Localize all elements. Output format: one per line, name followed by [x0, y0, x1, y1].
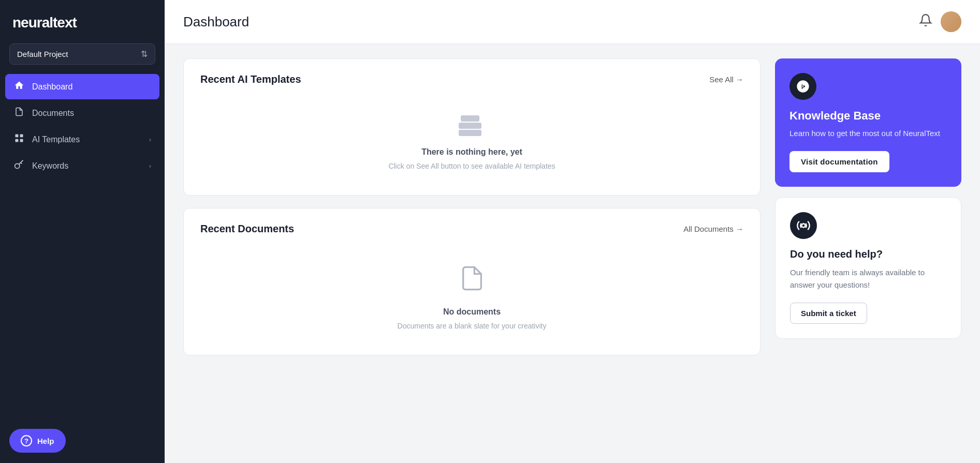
knowledge-base-description: Learn how to get the most out of NeuralT…	[789, 128, 947, 140]
side-column: Knowledge Base Learn how to get the most…	[775, 58, 961, 449]
main-content: Dashboard Recent AI Templates See All →	[165, 0, 980, 463]
svg-point-4	[15, 163, 20, 168]
ai-templates-card-header: Recent AI Templates See All →	[200, 73, 743, 85]
sidebar-item-label-ai-templates: AI Templates	[32, 135, 80, 144]
project-selector[interactable]: Default Project ⇅	[9, 43, 155, 65]
svg-rect-1	[20, 135, 23, 138]
avatar-image	[941, 11, 961, 32]
documents-empty-subtitle: Documents are a blank slate for your cre…	[398, 322, 547, 330]
help-circle-icon: ?	[21, 435, 32, 446]
key-icon	[13, 159, 25, 172]
recent-documents-card: Recent Documents All Documents → No docu…	[183, 208, 760, 355]
sidebar-logo: neuraltext	[0, 0, 165, 43]
help-section-icon	[790, 212, 817, 239]
see-all-ai-templates-link[interactable]: See All →	[709, 75, 743, 84]
sidebar-item-dashboard[interactable]: Dashboard	[5, 74, 159, 99]
svg-rect-3	[20, 139, 23, 142]
help-button[interactable]: ? Help	[9, 429, 66, 453]
main-column: Recent AI Templates See All → There is n…	[183, 58, 760, 449]
project-name: Default Project	[17, 50, 68, 58]
documents-empty-state: No documents Documents are a blank slate…	[200, 249, 743, 340]
dashboard-body: Recent AI Templates See All → There is n…	[165, 44, 980, 463]
document-icon	[459, 265, 486, 298]
notification-bell-icon[interactable]	[919, 13, 932, 30]
help-section-card: Do you need help? Our friendly team is a…	[775, 197, 961, 339]
sidebar-bottom: ? Help	[0, 419, 165, 463]
recent-ai-templates-card: Recent AI Templates See All → There is n…	[183, 58, 760, 196]
ai-templates-empty-subtitle: Click on See All button to see available…	[388, 162, 555, 170]
chevron-right-icon: ›	[149, 136, 151, 143]
sidebar-item-keywords[interactable]: Keywords ›	[5, 153, 159, 178]
chevron-right-keywords-icon: ›	[149, 162, 151, 170]
sidebar-item-label-dashboard: Dashboard	[32, 82, 72, 92]
svg-rect-0	[16, 135, 19, 138]
app-name: neuraltext	[12, 14, 77, 31]
header-right	[919, 11, 961, 32]
sidebar-item-documents[interactable]: Documents	[5, 100, 159, 126]
documents-title: Recent Documents	[200, 223, 294, 235]
page-title: Dashboard	[183, 14, 249, 30]
documents-card-header: Recent Documents All Documents →	[200, 223, 743, 235]
knowledge-base-card: Knowledge Base Learn how to get the most…	[775, 58, 961, 187]
help-section-title: Do you need help?	[790, 248, 946, 260]
help-button-label: Help	[37, 437, 54, 445]
ai-templates-empty-title: There is nothing here, yet	[421, 147, 522, 157]
ai-templates-empty-state: There is nothing here, yet Click on See …	[200, 100, 743, 181]
sidebar-item-ai-templates[interactable]: AI Templates ›	[5, 127, 159, 152]
sidebar: neuraltext Default Project ⇅ Dashboard D…	[0, 0, 165, 463]
stack-layer-1	[461, 115, 479, 122]
chevrons-icon: ⇅	[141, 49, 148, 59]
knowledge-base-title: Knowledge Base	[789, 109, 947, 123]
avatar[interactable]	[941, 11, 961, 32]
sidebar-item-label-documents: Documents	[32, 109, 74, 118]
sidebar-nav: Dashboard Documents AI Templates › Keywo…	[0, 74, 165, 178]
sidebar-item-label-keywords: Keywords	[32, 161, 68, 171]
home-icon	[13, 80, 25, 93]
header: Dashboard	[165, 0, 980, 44]
visit-documentation-button[interactable]: Visit documentation	[789, 151, 889, 172]
doc-icon	[13, 107, 25, 120]
documents-empty-title: No documents	[443, 307, 501, 317]
grid-icon	[13, 133, 25, 146]
help-section-description: Our friendly team is always available to…	[790, 266, 946, 291]
stack-layer-3	[459, 130, 481, 136]
ai-templates-title: Recent AI Templates	[200, 73, 301, 85]
knowledge-base-icon	[789, 73, 816, 100]
all-documents-link[interactable]: All Documents →	[683, 225, 743, 233]
submit-ticket-button[interactable]: Submit a ticket	[790, 303, 867, 324]
stack-icon	[459, 115, 486, 137]
svg-rect-2	[16, 139, 19, 142]
svg-point-6	[802, 223, 806, 227]
stack-layer-2	[459, 123, 481, 129]
